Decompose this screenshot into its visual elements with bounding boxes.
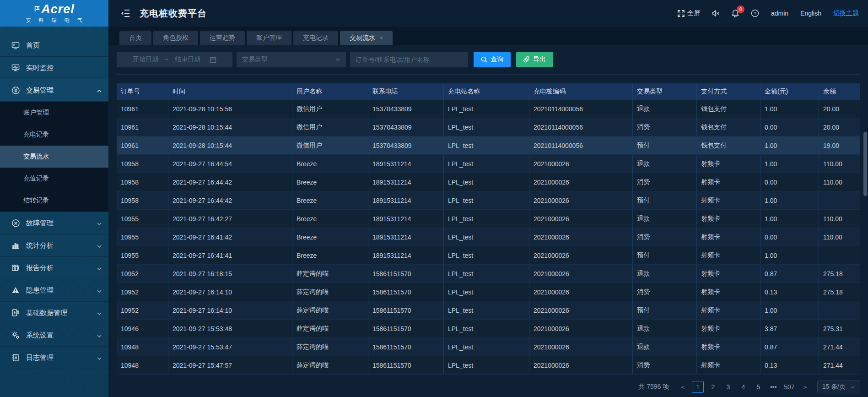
table-cell: 射频卡 <box>697 283 760 301</box>
column-header-充电桩编码: 充电桩编码 <box>529 83 633 100</box>
table-cell: 18915311214 <box>368 228 444 246</box>
tab-充电记录[interactable]: 充电记录 <box>293 31 338 45</box>
mute-button[interactable] <box>712 10 720 17</box>
table-row[interactable]: 109482021-09-27 15:53:47薛定谔的喵15861151570… <box>117 338 860 356</box>
keyword-search-field <box>350 52 468 67</box>
theme-switch-link[interactable]: 切换主题 <box>833 9 859 17</box>
pagination-prev-button[interactable]: < <box>677 381 689 393</box>
table-cell: 15861151570 <box>368 283 444 301</box>
pagination-page-5[interactable]: 5 <box>752 381 764 393</box>
table-cell: 2021000026 <box>529 246 633 264</box>
range-separator: ~ <box>165 56 168 63</box>
column-header-用户名称: 用户名称 <box>292 83 368 100</box>
sidebar-item-交易管理[interactable]: 交易管理 <box>0 79 108 102</box>
table-row[interactable]: 109582021-09-27 16:44:54Breeze1891531121… <box>117 155 860 173</box>
table-row[interactable]: 109552021-09-27 16:42:27Breeze1891531121… <box>117 210 860 228</box>
table-cell: 110.00 <box>819 210 860 228</box>
table-cell: 10948 <box>117 338 168 356</box>
sidebar-item-实时监控[interactable]: 实时监控 <box>0 57 108 79</box>
tab-首页[interactable]: 首页 <box>119 31 151 45</box>
sidebar-item-故障管理[interactable]: 故障管理 <box>0 212 108 234</box>
settings-icon <box>11 331 20 340</box>
table-cell: 20210114000056 <box>529 100 633 118</box>
tab-label: 运营趋势 <box>210 34 235 42</box>
table-row[interactable]: 109462021-09-27 15:53:48薛定谔的喵15861151570… <box>117 320 860 338</box>
menu-fold-icon[interactable] <box>120 8 130 18</box>
stats-icon <box>11 241 20 250</box>
pagination-ellipsis[interactable]: ••• <box>767 381 779 393</box>
fullscreen-button[interactable]: 全屏 <box>678 9 700 17</box>
column-header-订单号: 订单号 <box>117 83 168 100</box>
sidebar-item-首页[interactable]: 首页 <box>0 34 108 57</box>
page-size-select[interactable]: 15 条/页 <box>817 381 860 393</box>
tab-角色授权[interactable]: 角色授权 <box>153 31 198 45</box>
column-header-充电站名称: 充电站名称 <box>444 83 529 100</box>
table-cell: 退款 <box>633 155 697 173</box>
pagination-page-4[interactable]: 4 <box>737 381 749 393</box>
table-row[interactable]: 109612021-09-28 10:15:44微信用户15370433809L… <box>117 118 860 136</box>
username[interactable]: admin <box>771 10 788 17</box>
table-cell: LPL_test <box>444 191 529 209</box>
notifications-button[interactable]: 0 <box>732 10 739 17</box>
sidebar-item-日志管理[interactable]: 日志管理 <box>0 347 108 369</box>
table-cell: 退款 <box>633 210 697 228</box>
query-button[interactable]: 查询 <box>474 52 511 67</box>
table-row[interactable]: 109522021-09-27 16:14:10薛定谔的喵15861151570… <box>117 283 860 301</box>
help-button[interactable]: ? <box>751 9 759 17</box>
tab-运营趋势[interactable]: 运营趋势 <box>200 31 245 45</box>
sidebar-subitem-交易流水[interactable]: 交易流水 <box>0 146 108 168</box>
table-row[interactable]: 109522021-09-27 16:18:15薛定谔的喵15861151570… <box>117 265 860 283</box>
pagination-page-3[interactable]: 3 <box>722 381 734 393</box>
tab-交易流水[interactable]: 交易流水× <box>340 31 393 45</box>
sidebar-subitem-充电记录[interactable]: 充电记录 <box>0 124 108 146</box>
sidebar-subitem-结转记录[interactable]: 结转记录 <box>0 190 108 212</box>
table-cell: 110.00 <box>819 228 860 246</box>
sidebar-item-label: 交易管理 <box>26 86 97 95</box>
tab-close-icon[interactable]: × <box>380 35 383 41</box>
sidebar-item-统计分析[interactable]: 统计分析 <box>0 234 108 257</box>
table-cell: 15861151570 <box>368 265 444 283</box>
transaction-type-select[interactable]: 交易类型 <box>237 52 346 67</box>
table-cell: 20.00 <box>819 100 860 118</box>
table-row[interactable]: 109582021-09-27 16:44:42Breeze1891531121… <box>117 191 860 210</box>
paperclip-icon <box>523 56 530 63</box>
scrollbar-thumb[interactable] <box>863 132 867 196</box>
sidebar-item-报告分析[interactable]: 报告分析 <box>0 257 108 279</box>
tab-账户管理[interactable]: 账户管理 <box>247 31 291 45</box>
help-icon: ? <box>751 9 759 17</box>
pagination-page-2[interactable]: 2 <box>707 381 719 393</box>
table-cell: 射频卡 <box>697 265 760 283</box>
language-switch[interactable]: English <box>800 10 821 17</box>
vertical-scrollbar[interactable] <box>863 130 867 397</box>
table-cell: 15861151570 <box>368 356 444 374</box>
table-row[interactable]: 109612021-09-28 10:15:56微信用户15370433809L… <box>117 100 860 118</box>
chevron-down-icon <box>335 57 340 62</box>
sidebar-item-隐患管理[interactable]: 隐患管理 <box>0 279 108 302</box>
sidebar-subitem-充值记录[interactable]: 充值记录 <box>0 168 108 190</box>
sidebar-subitem-账户管理[interactable]: 账户管理 <box>0 102 108 124</box>
pagination-page-507[interactable]: 507 <box>782 381 796 393</box>
date-range-picker[interactable]: 开始日期 ~ 结束日期 <box>117 52 232 67</box>
pagination-next-button[interactable]: > <box>799 381 811 393</box>
table-cell: 10955 <box>117 210 168 228</box>
search-input[interactable] <box>350 56 468 63</box>
table-cell: 10958 <box>117 191 168 209</box>
sidebar-item-label: 基础数据管理 <box>26 309 97 317</box>
table-row[interactable]: 109612021-09-28 10:15:44微信用户15370433809L… <box>117 136 860 155</box>
table-cell: 钱包支付 <box>697 100 760 118</box>
table-row[interactable]: 109582021-09-27 16:44:42Breeze1891531121… <box>117 173 860 191</box>
table-cell: 2021-09-27 16:44:54 <box>168 155 292 173</box>
table-row[interactable]: 109482021-09-27 15:47:57薛定谔的喵15861151570… <box>117 356 860 375</box>
table-cell: 钱包支付 <box>697 118 760 136</box>
table-cell: 10948 <box>117 356 168 374</box>
table-row[interactable]: 109552021-09-27 16:41:41Breeze1891531121… <box>117 246 860 265</box>
export-button[interactable]: 导出 <box>516 52 553 67</box>
pagination-page-1[interactable]: 1 <box>692 381 704 393</box>
table-cell: 2021-09-28 10:15:44 <box>168 118 292 136</box>
sidebar-item-系统设置[interactable]: 系统设置 <box>0 324 108 347</box>
sidebar-item-基础数据管理[interactable]: 基础数据管理 <box>0 302 108 324</box>
table-row[interactable]: 109552021-09-27 16:41:42Breeze1891531121… <box>117 228 860 246</box>
brand-subtitle: 安 科 瑞 电 气 <box>26 17 85 24</box>
table-row[interactable]: 109522021-09-27 16:14:10薛定谔的喵15861151570… <box>117 301 860 320</box>
table-cell: 2021000026 <box>529 320 633 337</box>
